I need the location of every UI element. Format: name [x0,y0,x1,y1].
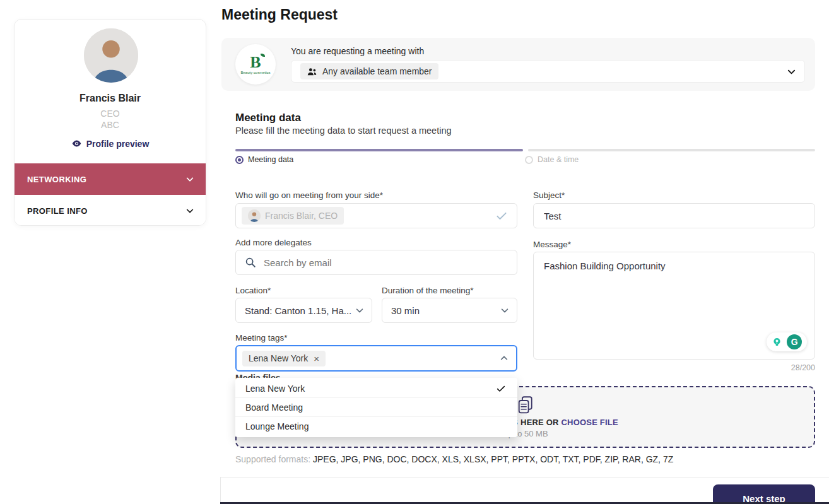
company-logo: B Beauty cosmetics [235,44,276,85]
radio-off-icon [525,156,533,164]
chevron-up-icon [500,354,509,363]
files-icon [516,396,535,416]
sidebar-item-networking[interactable]: NETWORKING [15,163,206,195]
profile-name: Francis Blair [15,93,206,104]
subject-input[interactable] [544,211,804,221]
choose-file-link[interactable]: CHOOSE FILE [561,418,618,427]
tags-label: Meeting tags* [235,333,288,343]
subject-field[interactable] [533,203,815,228]
add-delegates-label: Add more delegates [235,238,312,247]
chevron-down-icon [355,306,364,315]
chevron-down-icon [185,175,194,184]
check-icon [495,209,508,222]
avatar [84,28,138,83]
search-email-field[interactable] [235,250,517,275]
requesting-label: You are requesting a meeting with [291,46,424,56]
delegate-label: Who will go on meeting from your side* [235,190,383,200]
supported-formats: Supported formats: JPEG, JPG, PNG, DOC, … [235,454,673,464]
delegate-chip: Francis Blair, CEO [242,207,344,225]
chevron-down-icon [787,67,796,76]
location-label: Location* [235,286,271,295]
meeting-with-banner: B Beauty cosmetics You are requesting a … [221,38,815,91]
section-subtitle: Please fill the meeting data to start re… [235,126,452,136]
chevron-down-icon [185,206,194,215]
search-email-input[interactable] [264,257,508,268]
profile-company: ABC [15,120,206,130]
grammarly-widget[interactable]: G [767,332,807,351]
tag-option-lounge-meeting[interactable]: Lounge Meeting [235,417,517,436]
step-meeting-data[interactable]: Meeting data [235,155,293,164]
section-title: Meeting data [235,112,301,124]
subject-label: Subject* [533,190,565,200]
avatar [248,209,261,222]
char-counter: 28/200 [533,363,815,372]
team-member-chip: Any available team member [300,63,438,79]
radio-on-icon [235,156,244,164]
tags-dropdown: Lena New York Board Meeting Lounge Meeti… [235,378,517,437]
duration-select[interactable]: 30 min [382,298,517,323]
page-title: Meeting Request [221,6,338,23]
remove-tag-icon[interactable]: × [314,353,319,364]
step-date-time[interactable]: Date & time [525,155,579,164]
suggestion-bulb-icon [772,337,782,348]
message-field[interactable]: Fashion Building Opportunity G [533,252,815,360]
profile-preview-link[interactable]: Profile preview [15,138,206,149]
sidebar-item-profile-info[interactable]: PROFILE INFO [15,195,206,226]
progress-bar-idle [528,149,815,151]
tag-option-lena-new-york[interactable]: Lena New York [235,379,517,398]
profile-role: CEO [15,108,206,119]
team-member-select[interactable]: Any available team member [291,60,805,83]
profile-card: Francis Blair CEO ABC Profile preview NE… [14,19,206,226]
duration-label: Duration of the meeting* [382,286,474,295]
delegate-field[interactable]: Francis Blair, CEO [235,203,517,228]
tag-option-board-meeting[interactable]: Board Meeting [235,398,517,417]
tag-chip: Lena New York × [242,351,326,366]
tags-multiselect[interactable]: Lena New York × [235,345,517,372]
message-label: Message* [533,240,571,249]
chevron-down-icon [500,306,509,315]
search-icon [245,257,256,268]
progress-bar-active [235,149,523,151]
check-icon [496,384,506,394]
grammarly-g-icon: G [787,334,802,349]
location-select[interactable]: Stand: Canton 1.15, Ha... [235,298,372,323]
eye-icon [71,138,82,149]
people-icon [307,67,317,76]
next-step-button[interactable]: Next step [713,484,815,504]
